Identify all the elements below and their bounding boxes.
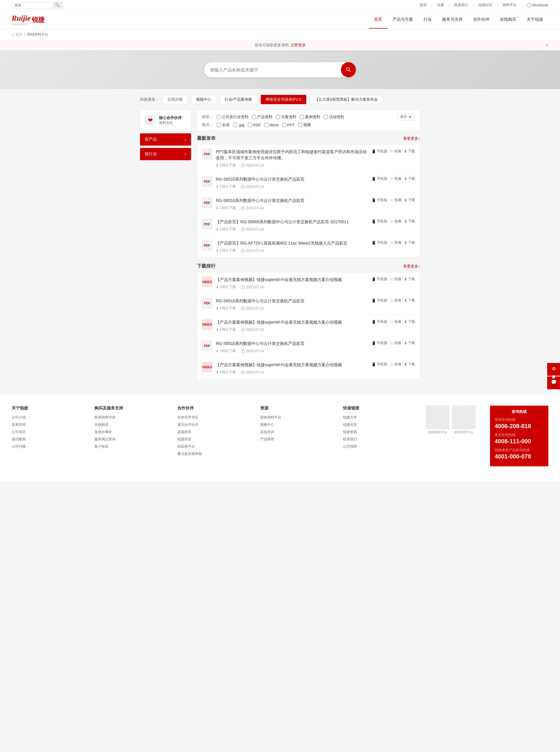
quick-nav-security[interactable]: 网络安全等级保护2.0	[261, 95, 306, 104]
footer-link[interactable]: 发展历程	[12, 422, 83, 427]
footer-link[interactable]: 营销资料平台	[260, 415, 331, 420]
download-button[interactable]: ⬇ 下载	[404, 319, 415, 324]
resource-link[interactable]: 资料平台	[502, 3, 517, 7]
collect-button[interactable]: ☆ 收藏	[390, 362, 401, 367]
footer-link[interactable]: 廉洁及合规举报	[177, 451, 248, 457]
filter-format-all[interactable]: 全选	[217, 122, 229, 128]
footer-link[interactable]: 公司动态	[12, 429, 83, 435]
footer-link[interactable]: 联系我们	[343, 437, 414, 442]
nav-home[interactable]: 首页	[369, 11, 387, 28]
footer-link[interactable]: 成功案例	[12, 437, 83, 442]
mobile-button[interactable]: 📱 手机版	[372, 362, 387, 367]
footer-link[interactable]: 客户投诉	[95, 444, 166, 449]
nav-partner[interactable]: 合作伙伴	[468, 11, 495, 28]
file-title[interactable]: 【产品彩页】RG-AP720-L双路双频802.11ac Wave2无线接入点产…	[216, 240, 368, 246]
footer-link[interactable]: 渠道政策	[177, 429, 248, 435]
filter-format-video[interactable]: 视频	[298, 122, 311, 128]
nav-industry[interactable]: 行业	[418, 11, 437, 28]
download-button[interactable]: ⬇ 下载	[404, 149, 415, 154]
sidebar-by-product-button[interactable]: 按产品 ›	[140, 133, 191, 146]
download-button[interactable]: ⬇ 下载	[404, 341, 415, 346]
file-title[interactable]: 【产品方案案例视频】锐捷superWi-Fi会展无线方案视频方案介绍视频	[216, 319, 368, 325]
download-button[interactable]: ⬇ 下载	[404, 197, 415, 203]
filter-format-jpg[interactable]: .jpg	[233, 123, 244, 127]
footer-link[interactable]: 成为合作伙伴	[177, 422, 248, 427]
top-search-button[interactable]: 🔍	[53, 2, 62, 9]
top-search-input[interactable]	[12, 3, 53, 7]
filter-format-word[interactable]: Word	[264, 123, 279, 127]
download-button[interactable]: ⬇ 下载	[404, 176, 415, 181]
hero-search-button[interactable]	[341, 62, 356, 77]
mobile-button[interactable]: 📱 手机版	[372, 219, 387, 224]
nav-shop[interactable]: 在线购买	[495, 11, 521, 28]
file-title[interactable]: RG-S6510系列数据中心与云计算交换机产品彩页	[216, 341, 368, 347]
float-feedback-button[interactable]: 💬 问题反馈	[547, 377, 560, 389]
file-title[interactable]: RG-S6510系列数据中心与云计算交换机产品彩页	[216, 197, 368, 204]
community-link[interactable]: 锐捷社区	[478, 3, 492, 7]
mobile-button[interactable]: 📱 手机版	[372, 277, 387, 282]
filter-format-pdf[interactable]: PDF	[248, 123, 261, 127]
float-assistant-button[interactable]: ⚙ 操作助手	[547, 363, 560, 376]
collect-button[interactable]: ☆ 收藏	[390, 240, 401, 245]
footer-link[interactable]: 锐捷讲堂	[177, 437, 248, 442]
footer-link[interactable]: 锐捷社区	[343, 422, 414, 427]
latest-more-link[interactable]: 查看更多 ›	[403, 136, 420, 141]
nav-products[interactable]: 产品与方案	[387, 11, 418, 28]
mobile-button[interactable]: 📱 手机版	[372, 319, 387, 324]
file-title[interactable]: 【产品方案案例视频】锐捷superWi-Fi会展无线方案视频方案介绍视频	[216, 362, 368, 368]
mobile-button[interactable]: 📱 手机版	[372, 298, 387, 303]
filter-expand-button[interactable]: 展开 ▼	[397, 113, 415, 120]
filter-type-product[interactable]: 产品资料	[252, 114, 273, 120]
nav-service[interactable]: 服务与支持	[437, 11, 468, 28]
top-search[interactable]: 🔍	[12, 2, 63, 9]
notice-close-button[interactable]: ×	[546, 43, 548, 48]
download-button[interactable]: ⬇ 下载	[404, 219, 415, 224]
footer-link[interactable]: 在线购买	[95, 422, 166, 427]
mobile-button[interactable]: 📱 手机版	[372, 176, 387, 181]
notice-login-link[interactable]: 立即登录	[291, 43, 306, 48]
footer-link[interactable]: 公司介绍	[12, 415, 83, 420]
filter-type-company[interactable]: 公司及行业资料	[217, 114, 248, 120]
filter-format-ppt[interactable]: PPT	[282, 123, 295, 127]
filter-type-case[interactable]: 案例资料	[300, 114, 320, 120]
footer-link[interactable]: 各地办事处	[95, 429, 166, 435]
mobile-button[interactable]: 📱 手机版	[372, 149, 387, 154]
footer-link[interactable]: 合作伙伴专区	[177, 415, 248, 420]
collect-button[interactable]: ☆ 收藏	[390, 219, 401, 224]
contact-link[interactable]: 联系我们	[454, 3, 468, 7]
footer-link[interactable]: 服务网点查询	[95, 437, 166, 442]
file-title[interactable]: 【产品彩页】RG-S6000系列数据中心与云计算交换机产品彩页-20170511	[216, 219, 368, 225]
file-title[interactable]: PPT版本区域城市案例使用途径仅限于内部员工和锐捷签约渠道客户拜访和市场活动使用…	[216, 149, 368, 161]
footer-link[interactable]: 公司刊物	[12, 444, 83, 449]
footer-link[interactable]: 供应商平台	[177, 444, 248, 449]
worldwide[interactable]: Worldwide	[527, 3, 548, 7]
quick-nav-company[interactable]: 公司介绍	[162, 95, 187, 104]
download-button[interactable]: ⬇ 下载	[404, 362, 415, 367]
mobile-button[interactable]: 📱 手机版	[372, 341, 387, 346]
mobile-button[interactable]: 📱 手机版	[372, 197, 387, 203]
hero-search-input[interactable]	[204, 68, 341, 72]
footer-link[interactable]: 视频中心	[260, 422, 331, 427]
footer-link[interactable]: 在线培训	[260, 429, 331, 435]
download-button[interactable]: ⬇ 下载	[404, 240, 415, 245]
footer-link[interactable]: 联系销售代表	[95, 415, 166, 420]
footer-link[interactable]: 产品推荐	[260, 437, 331, 442]
login-link[interactable]: 登录	[420, 3, 427, 7]
collect-button[interactable]: ☆ 收藏	[390, 197, 401, 203]
sidebar-by-industry-button[interactable]: 按行业 ›	[140, 148, 191, 160]
nav-about[interactable]: 关于锐捷	[521, 11, 548, 28]
collect-button[interactable]: ☆ 收藏	[390, 149, 401, 154]
file-title[interactable]: RG-S6510系列数据中心与云计算交换机产品彩页	[216, 298, 368, 304]
quick-nav-video[interactable]: 视频中心	[191, 95, 216, 104]
file-title[interactable]: RG-S6510系列数据中心与云计算交换机产品彩页	[216, 176, 368, 182]
collect-button[interactable]: ☆ 收藏	[390, 176, 401, 181]
footer-link[interactable]: 锐捷大学	[343, 415, 414, 420]
mobile-button[interactable]: 📱 手机版	[372, 240, 387, 245]
sidebar-partner-section[interactable]: ❤ 核心合作伙伴 资料专区	[140, 110, 191, 131]
download-button[interactable]: ⬇ 下载	[404, 277, 415, 282]
quick-nav-cloud[interactable]: 【云大屏&智慧黑板】解决方案发布会	[310, 95, 383, 104]
filter-type-activity[interactable]: 活动资料	[324, 114, 344, 120]
file-title[interactable]: 【产品方案案例视频】锐捷superWi-Fi会展无线方案视频方案介绍视频	[216, 277, 368, 283]
collect-button[interactable]: ☆ 收藏	[390, 319, 401, 324]
footer-link[interactable]: 锐捷睿易	[343, 429, 414, 435]
